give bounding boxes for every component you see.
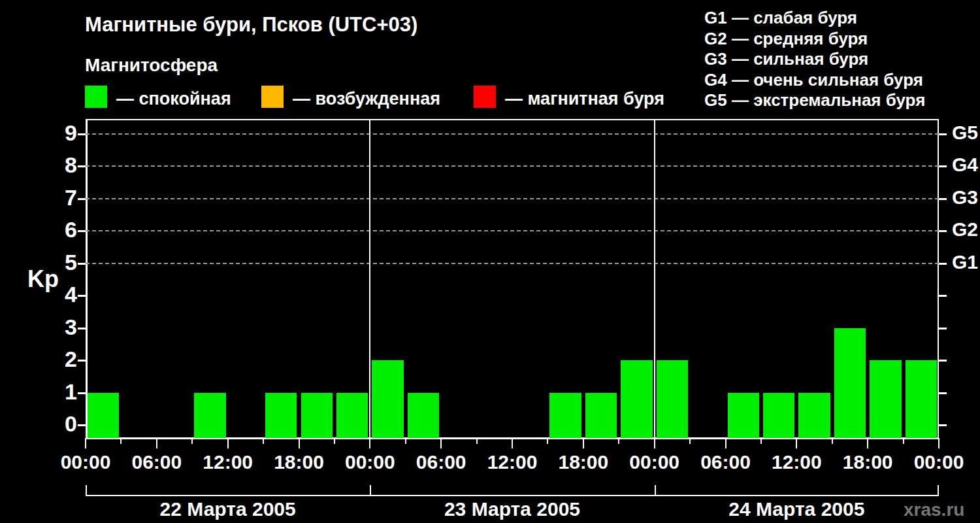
day-separator bbox=[654, 119, 655, 438]
date-bracket-tick bbox=[86, 485, 87, 496]
legend-label-quiet: — спокойная bbox=[116, 89, 231, 109]
y-tick bbox=[78, 360, 86, 362]
x-tick-label: 00:00 bbox=[619, 451, 691, 473]
right-tick bbox=[939, 360, 947, 362]
date-bracket-tick bbox=[938, 485, 939, 496]
x-tick bbox=[85, 438, 86, 448]
y-tick bbox=[78, 198, 86, 200]
bar bbox=[301, 393, 333, 439]
y-tick bbox=[78, 392, 86, 394]
date-label: 24 Марта 2005 bbox=[655, 498, 939, 520]
legend-swatch-excited-icon bbox=[261, 86, 284, 108]
bar bbox=[834, 328, 866, 439]
y-tick-label: 4 bbox=[37, 282, 77, 307]
right-tick bbox=[939, 263, 947, 265]
x-tick bbox=[689, 438, 691, 444]
bar bbox=[336, 393, 368, 439]
y-tick bbox=[78, 263, 86, 265]
y-tick-label: 3 bbox=[37, 314, 77, 340]
right-tick bbox=[939, 165, 947, 167]
x-tick bbox=[618, 438, 619, 444]
bar bbox=[621, 360, 652, 438]
right-axis-label: G1 bbox=[952, 251, 978, 273]
plot-area bbox=[86, 119, 939, 439]
storm-scale-g3: G3 — сильная буря bbox=[704, 49, 925, 70]
bar bbox=[906, 360, 937, 438]
bar bbox=[798, 393, 830, 439]
x-tick bbox=[405, 438, 406, 444]
right-axis-label: G2 bbox=[952, 218, 978, 241]
gridline bbox=[86, 230, 939, 231]
right-tick bbox=[939, 230, 947, 232]
x-tick-label: 00:00 bbox=[334, 451, 406, 473]
x-tick-label: 12:00 bbox=[476, 451, 548, 473]
y-tick-label: 8 bbox=[37, 152, 77, 178]
x-tick bbox=[191, 438, 193, 444]
x-tick-label: 06:00 bbox=[121, 451, 193, 473]
bar bbox=[870, 360, 901, 438]
y-tick-label: 7 bbox=[37, 185, 77, 211]
x-tick bbox=[832, 438, 833, 444]
bar bbox=[408, 393, 439, 439]
gridline bbox=[86, 165, 939, 167]
x-tick bbox=[547, 438, 548, 444]
date-label: 22 Марта 2005 bbox=[86, 498, 370, 520]
right-tick bbox=[939, 328, 947, 329]
storm-scale-g1: G1 — слабая буря bbox=[704, 8, 925, 29]
gridline bbox=[86, 133, 939, 135]
day-separator bbox=[369, 119, 370, 438]
y-tick-label: 1 bbox=[37, 379, 77, 405]
bar bbox=[88, 393, 119, 439]
x-tick bbox=[583, 438, 584, 448]
x-tick bbox=[476, 438, 478, 444]
x-tick bbox=[440, 438, 442, 448]
bar bbox=[194, 393, 225, 439]
x-tick bbox=[299, 438, 300, 448]
storm-scale-g4: G4 — очень сильная буря bbox=[704, 70, 925, 91]
x-tick-label: 06:00 bbox=[405, 451, 477, 473]
right-tick bbox=[939, 198, 947, 200]
y-tick-label: 9 bbox=[37, 120, 77, 146]
x-tick bbox=[760, 438, 762, 444]
storm-scale-g5: G5 — экстремальная буря bbox=[704, 90, 925, 111]
x-tick-label: 18:00 bbox=[547, 451, 619, 473]
x-tick bbox=[263, 438, 264, 444]
y-tick bbox=[78, 328, 86, 329]
bar bbox=[265, 393, 297, 439]
right-axis-label: G3 bbox=[952, 186, 978, 209]
chart-subtitle: Магнитосфера bbox=[85, 55, 218, 76]
date-bracket-tick bbox=[370, 485, 371, 496]
y-tick-label: 0 bbox=[37, 411, 77, 437]
y-tick-label: 5 bbox=[37, 250, 77, 275]
x-tick bbox=[867, 438, 868, 448]
x-tick bbox=[903, 438, 904, 444]
bar bbox=[657, 360, 688, 438]
storm-scale-g2: G2 — средняя буря bbox=[704, 29, 925, 50]
y-tick bbox=[78, 424, 86, 426]
watermark: xras.ru bbox=[904, 499, 964, 520]
bar bbox=[763, 393, 794, 439]
legend-label-excited: — возбужденная bbox=[293, 89, 440, 109]
y-tick bbox=[78, 230, 86, 232]
x-tick-label: 00:00 bbox=[903, 451, 975, 473]
right-axis-label: G4 bbox=[952, 154, 978, 176]
x-tick bbox=[796, 438, 797, 448]
date-bracket-line bbox=[86, 495, 939, 496]
x-tick bbox=[369, 438, 370, 448]
x-tick bbox=[654, 438, 655, 448]
bar bbox=[728, 393, 759, 439]
x-tick-label: 00:00 bbox=[50, 451, 122, 473]
x-tick bbox=[227, 438, 229, 448]
x-tick bbox=[725, 438, 727, 448]
right-tick bbox=[939, 392, 947, 394]
gridline bbox=[86, 198, 939, 199]
x-tick-label: 06:00 bbox=[690, 451, 762, 473]
bar bbox=[585, 393, 617, 439]
y-tick bbox=[78, 165, 86, 167]
x-tick-label: 18:00 bbox=[263, 451, 335, 473]
page-title: Магнитные бури, Псков (UTC+03) bbox=[85, 13, 417, 37]
x-tick bbox=[938, 438, 939, 448]
x-tick bbox=[334, 438, 335, 444]
magnetic-storm-chart: Магнитные бури, Псков (UTC+03) Магнитосф… bbox=[0, 0, 980, 523]
legend-label-storm: — магнитная буря bbox=[505, 89, 664, 109]
